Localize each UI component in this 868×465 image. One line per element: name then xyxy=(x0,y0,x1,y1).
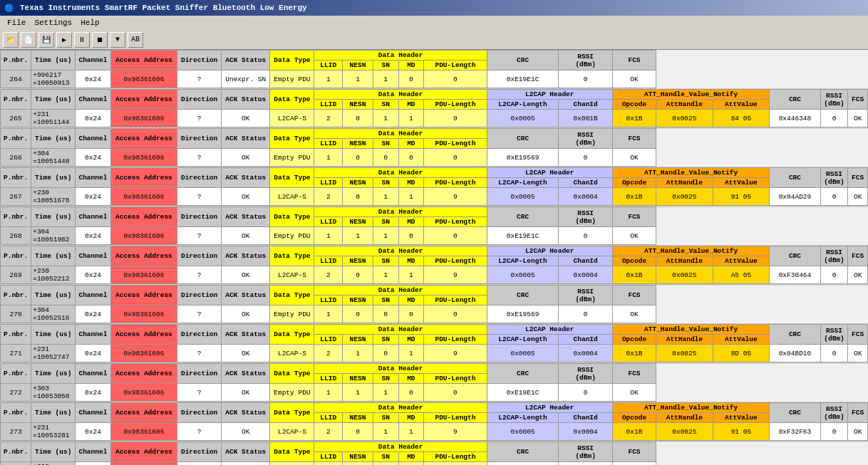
app-icon: 🔵 xyxy=(4,4,14,13)
open-button[interactable]: 📂 xyxy=(3,32,19,48)
table-row[interactable]: P.nbr. Time (us) Channel Access Address … xyxy=(1,364,868,374)
table-row[interactable]: 271 +231=10052747 0x24 0x98361606 ? OK L… xyxy=(1,345,868,362)
menu-settings[interactable]: Settings xyxy=(30,18,76,28)
table-row[interactable]: 264 +996217=10050913 0x24 0x98361606 ? U… xyxy=(1,70,868,88)
menu-help[interactable]: Help xyxy=(76,18,103,28)
content-area[interactable]: P.nbr. Time (us) Channel Access Address … xyxy=(0,50,868,465)
app-title: Texas Instruments SmartRF Packet Sniffer… xyxy=(20,4,307,12)
table-row[interactable]: 267 +230=10051678 0x24 0x98361606 ? OK L… xyxy=(1,188,868,206)
table-row[interactable]: 272 +303=10053050 0x24 0x98361606 ? OK E… xyxy=(1,384,868,402)
table-row[interactable]: 268 +304=10051982 0x24 0x98361606 ? OK E… xyxy=(1,227,868,245)
title-bar: 🔵 Texas Instruments SmartRF Packet Sniff… xyxy=(0,0,868,16)
table-row[interactable]: P.nbr. Time (us) Channel Access Address … xyxy=(1,168,868,178)
decode-button[interactable]: AB xyxy=(128,32,143,48)
table-row[interactable]: 266 +304=10051448 0x24 0x98361606 ? OK E… xyxy=(1,149,868,167)
menu-bar: File Settings Help xyxy=(0,16,868,30)
table-row[interactable]: 269 +230=10052212 0x24 0x98361606 ? OK L… xyxy=(1,266,868,284)
table-row[interactable]: P.nbr. Time (us) Channel Access Address … xyxy=(1,129,868,139)
save-button[interactable]: 💾 xyxy=(38,32,54,48)
packet-table: P.nbr. Time (us) Channel Access Address … xyxy=(0,50,868,465)
stop-button[interactable]: ⏹ xyxy=(92,32,108,48)
table-row[interactable]: P.nbr. Time (us) Channel Access Address … xyxy=(1,207,868,217)
table-row[interactable]: P.nbr. Time (us) Channel Access Address … xyxy=(1,325,868,335)
table-row[interactable]: 270 +304=10052516 0x24 0x98361606 ? OK E… xyxy=(1,305,868,323)
table-row[interactable]: P.nbr. Time (us) Channel Access Address … xyxy=(1,90,868,100)
new-button[interactable]: 📄 xyxy=(21,32,36,48)
pause-button[interactable]: ⏸ xyxy=(74,32,90,48)
filter-button[interactable]: ▼ xyxy=(110,32,125,48)
menu-file[interactable]: File xyxy=(3,18,30,28)
table-row[interactable]: P.nbr. Time (us) Channel Access Address … xyxy=(1,51,868,61)
toolbar: 📂 📄 💾 ▶ ⏸ ⏹ ▼ AB xyxy=(0,30,868,50)
table-row[interactable]: P.nbr. Time (us) Channel Access Address … xyxy=(1,286,868,296)
table-row[interactable]: 274 +303=10053584 0x24 0x98361606 ? OK E… xyxy=(1,462,868,466)
table-row[interactable]: P.nbr. Time (us) Channel Access Address … xyxy=(1,442,868,452)
table-row[interactable]: 273 +231=10053281 0x24 0x98361606 ? OK L… xyxy=(1,423,868,441)
table-row[interactable]: 265 +231=10051144 0x24 0x98361606 ? OK L… xyxy=(1,110,868,127)
table-row[interactable]: P.nbr. Time (us) Channel Access Address … xyxy=(1,246,868,256)
play-button[interactable]: ▶ xyxy=(56,32,72,48)
table-row[interactable]: P.nbr. Time (us) Channel Access Address … xyxy=(1,403,868,413)
